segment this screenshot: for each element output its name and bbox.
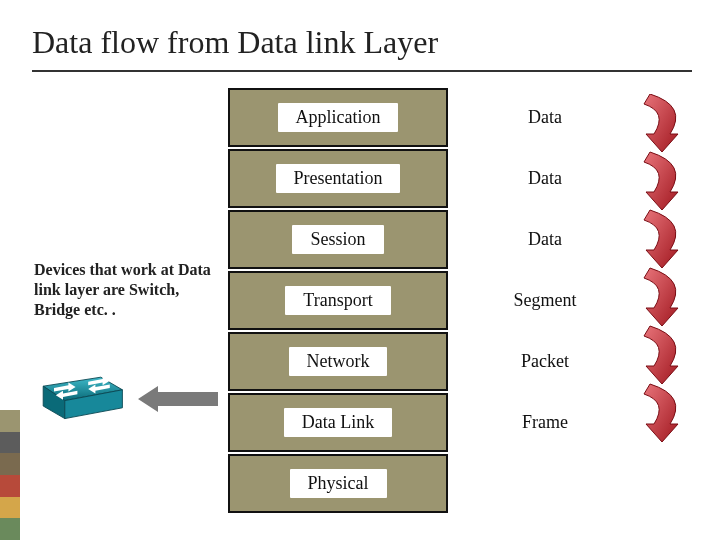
pdu-presentation: Data [470,149,620,208]
layer-presentation: Presentation [228,149,448,208]
arrow-left-icon [138,386,218,412]
layer-application: Application [228,88,448,147]
layer-session: Session [228,210,448,269]
pdu-column: Data Data Data Segment Packet Frame [470,88,620,515]
pdu-network: Packet [470,332,620,391]
layer-label: Presentation [276,164,401,193]
layer-transport: Transport [228,271,448,330]
pdu-transport: Segment [470,271,620,330]
pdu-physical [470,454,620,513]
layer-label: Data Link [284,408,392,437]
layer-label: Transport [285,286,390,315]
flow-arrows-icon [640,94,690,454]
layer-label: Network [289,347,388,376]
osi-layers-column: Application Presentation Session Transpo… [228,88,448,515]
corner-color-tab [0,410,20,540]
devices-note: Devices that work at Data link layer are… [34,260,214,320]
slide-title: Data flow from Data link Layer [32,24,438,61]
pdu-application: Data [470,88,620,147]
pdu-session: Data [470,210,620,269]
pdu-datalink: Frame [470,393,620,452]
network-switch-icon [34,370,128,424]
title-underline [32,70,692,72]
layer-label: Session [292,225,383,254]
layer-physical: Physical [228,454,448,513]
layer-label: Physical [290,469,387,498]
layer-label: Application [278,103,399,132]
svg-marker-7 [138,386,218,412]
layer-datalink: Data Link [228,393,448,452]
layer-network: Network [228,332,448,391]
